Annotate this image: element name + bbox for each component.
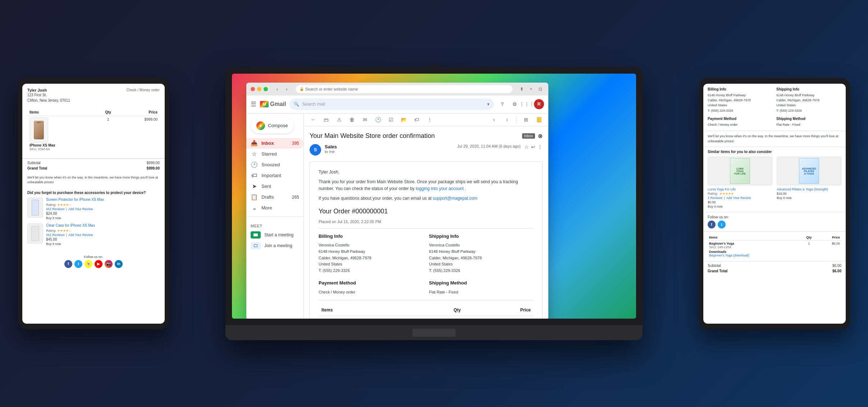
- facebook-icon[interactable]: f: [64, 260, 72, 268]
- back-button[interactable]: ‹: [274, 85, 281, 93]
- right-download-link[interactable]: Beginner's Yoga (download): [709, 254, 749, 257]
- similar-item-image-2: ADVANCEDPILATES& YOGA: [777, 157, 841, 185]
- address-bar[interactable]: 🔒 Search or enter website name: [296, 85, 512, 93]
- add-review-2[interactable]: Add Your Review: [68, 233, 93, 237]
- buy-now-2[interactable]: Buy it now: [46, 242, 160, 246]
- help-icon[interactable]: ?: [497, 99, 507, 109]
- laptop-base: [225, 325, 643, 340]
- trackpad[interactable]: [412, 329, 456, 337]
- share-button[interactable]: ⬆: [518, 85, 525, 93]
- similar-item-name-1[interactable]: Luma Yoga For Life: [708, 188, 772, 191]
- tablet-frame-right: Billing Info 6148 Honey Bluff Parkway Ca…: [699, 78, 850, 329]
- accessory-item-2: Clear Case for iPhone XS Max Rating: ★★★…: [27, 223, 160, 246]
- similar-reviews-link-1[interactable]: 2 Reviews: [708, 196, 723, 200]
- compose-button[interactable]: + Compose: [251, 118, 294, 134]
- meet-join[interactable]: Join a meeting: [246, 240, 303, 251]
- right-facebook-icon[interactable]: f: [708, 221, 716, 228]
- similar-item-price-1: $0.00: [708, 200, 772, 204]
- social-icons: f t 👻 ▶ 📷 in: [27, 260, 160, 268]
- meet-icon: [251, 231, 261, 239]
- instagram-icon[interactable]: 📷: [105, 260, 113, 268]
- email-subject: Your Main Website Store order confirmati…: [310, 132, 519, 140]
- important-label: Important: [261, 173, 299, 178]
- sidebar-item-important[interactable]: 🏷 Important: [246, 170, 303, 181]
- sidebar-item-sent[interactable]: ➤ Sent: [246, 181, 303, 192]
- customer-name: Tyler Josh: [27, 88, 70, 92]
- sidebar-item-more[interactable]: ⌄ More: [246, 203, 303, 213]
- move-to-button[interactable]: 📂: [399, 115, 409, 125]
- laptop-notch: [430, 64, 438, 66]
- add-review-1[interactable]: Add Your Review: [68, 207, 93, 211]
- accessory-name-1[interactable]: Screen Protector for iPhone XS Max: [46, 198, 160, 202]
- support-email-link[interactable]: support@magepal.com: [433, 196, 478, 201]
- twitter-icon[interactable]: t: [74, 260, 82, 268]
- product-price: $999.00: [120, 116, 160, 152]
- gmail-logo-icon: M: [260, 101, 269, 107]
- login-link[interactable]: logging into your account: [416, 186, 463, 191]
- accessory-name-2[interactable]: Clear Case for iPhone XS Max: [46, 223, 160, 227]
- star-icon[interactable]: ☆: [524, 144, 529, 150]
- settings-icon[interactable]: ⚙: [510, 99, 520, 109]
- menu-icon[interactable]: ☰: [251, 100, 256, 108]
- email-body-text2: If you have questions about your order, …: [319, 195, 534, 202]
- report-spam-button[interactable]: ⚠: [334, 115, 344, 125]
- more-actions-button[interactable]: ⋮: [425, 115, 435, 125]
- gmail-search[interactable]: 🔍 Search mail ▾: [289, 98, 494, 110]
- snapchat-icon[interactable]: 👻: [84, 260, 92, 268]
- next-email-button[interactable]: ›: [502, 115, 512, 125]
- search-dropdown-icon[interactable]: ▾: [487, 102, 489, 107]
- table-row: Iris Workout Top SKU: WS03-XS-Red Size X…: [319, 316, 534, 318]
- tablet-screen-left: Tyler Josh 123 First St. Clifton, New Je…: [22, 84, 165, 324]
- forward-button[interactable]: ›: [283, 85, 290, 93]
- archive-button[interactable]: 🗃: [321, 115, 331, 125]
- tablet-frame-left: Tyler Josh 123 First St. Clifton, New Je…: [18, 78, 169, 329]
- email-to[interactable]: to me: [325, 149, 453, 154]
- meet-join-icon: [251, 242, 261, 249]
- user-avatar[interactable]: R: [534, 99, 544, 109]
- item-price: $29.00: [477, 316, 534, 318]
- mark-unread-button[interactable]: ✉: [360, 115, 370, 125]
- sidebar-item-starred[interactable]: ☆ Starred: [246, 149, 303, 159]
- reply-icon[interactable]: ↩: [531, 144, 535, 150]
- back-to-inbox-button[interactable]: ←: [308, 115, 318, 125]
- col-items: Items: [27, 109, 96, 116]
- close-button[interactable]: [251, 87, 255, 91]
- similar-item-buy-1[interactable]: Buy it now: [708, 205, 772, 208]
- email-date: Jul 29, 2020, 11:04 AM (6 days ago): [457, 144, 521, 148]
- maximize-button[interactable]: [264, 87, 268, 91]
- similar-item-buy-2[interactable]: Buy it now: [777, 196, 841, 200]
- split-view-button[interactable]: ⊡: [537, 85, 544, 93]
- email-header-row: S Sales to me Jul 29, 2020, 11:04 AM (6 …: [310, 144, 543, 156]
- similar-item-name-2[interactable]: Advanced Pilates & Yoga (Strength): [777, 188, 841, 191]
- payment-method: Payment Method Check / Money order: [319, 279, 423, 295]
- compose-plus-icon: +: [256, 121, 265, 130]
- email-info-grid: Billing Info Veronica Costello 6148 Hone…: [319, 233, 534, 296]
- expand-button[interactable]: ⊞: [521, 115, 531, 125]
- email-body-text1: Thank you for your order from Main Websi…: [319, 179, 534, 192]
- youtube-icon[interactable]: ▶: [95, 260, 102, 268]
- delete-button[interactable]: 🗑: [347, 115, 357, 125]
- star-email-button[interactable]: ⊗: [538, 133, 543, 139]
- prev-email-button[interactable]: ‹: [489, 115, 499, 125]
- left-tablet: Tyler Josh 123 First St. Clifton, New Je…: [18, 78, 169, 329]
- tasks-button[interactable]: ☑: [386, 115, 396, 125]
- linkedin-icon[interactable]: in: [115, 260, 123, 268]
- buy-now-1[interactable]: Buy it now: [46, 216, 160, 220]
- meet-start[interactable]: Start a meeting: [246, 230, 303, 240]
- apps-icon[interactable]: ⋮⋮⋮: [522, 99, 532, 109]
- minimize-button[interactable]: [257, 87, 261, 91]
- phone-image: [34, 121, 44, 139]
- labels-button[interactable]: 🏷: [412, 115, 422, 125]
- right-twitter-icon[interactable]: t: [718, 221, 726, 228]
- new-tab-button[interactable]: +: [527, 85, 535, 93]
- review-count-1[interactable]: 652 Reviews: [46, 207, 65, 211]
- sidebar-item-snoozed[interactable]: 🕐 Snoozed: [246, 159, 303, 170]
- review-count-2[interactable]: 562 Reviews: [46, 233, 65, 237]
- sidebar-item-inbox[interactable]: 📥 Inbox 395: [246, 138, 303, 149]
- similar-add-review-1[interactable]: Add Your Review: [726, 196, 751, 200]
- more-icon[interactable]: ⋮: [538, 144, 543, 150]
- note-button[interactable]: 📒: [534, 115, 544, 125]
- snooze-button[interactable]: 🕐: [373, 115, 383, 125]
- sidebar-item-drafts[interactable]: 📋 Drafts 265: [246, 192, 303, 203]
- email-body: Tyler Josh, Thank you for your order fro…: [310, 161, 543, 319]
